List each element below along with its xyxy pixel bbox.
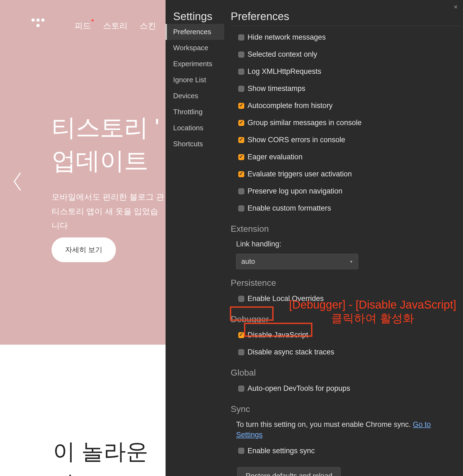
settings-sidebar: Preferences Workspace Experiments Ignore… <box>166 24 224 152</box>
sidebar-item-workspace[interactable]: Workspace <box>166 40 224 56</box>
pref-hide-network[interactable]: Hide network messages <box>227 29 463 46</box>
sync-description: To turn this setting on, you must enable… <box>227 416 463 442</box>
checkbox-icon[interactable] <box>238 171 244 177</box>
nav-story[interactable]: 스토리 <box>103 20 128 31</box>
sidebar-item-shortcuts[interactable]: Shortcuts <box>166 136 224 152</box>
pref-autocomplete[interactable]: Autocomplete from history <box>227 97 463 114</box>
pref-log-xhr[interactable]: Log XMLHttpRequests <box>227 63 463 80</box>
checkbox-icon[interactable] <box>238 154 244 160</box>
nav-feed[interactable]: 피드 <box>75 20 91 31</box>
checkbox-icon[interactable] <box>238 386 244 392</box>
background-page: 피드 스토리 스킨 티스토리 ' 업데이트 모바일에서도 편리한 블로그 관 티… <box>0 0 166 476</box>
devtools-settings-panel: Settings × Preferences Workspace Experim… <box>166 0 463 476</box>
pref-group-similar[interactable]: Group similar messages in console <box>227 114 463 131</box>
checkbox-icon[interactable] <box>238 448 244 454</box>
restore-defaults-button[interactable]: Restore defaults and reload <box>237 467 341 476</box>
section-global: Global <box>227 361 463 380</box>
pref-disable-async-stack[interactable]: Disable async stack traces <box>227 344 463 361</box>
sidebar-item-devices[interactable]: Devices <box>166 88 224 104</box>
checkbox-icon[interactable] <box>238 188 244 194</box>
pref-enable-settings-sync[interactable]: Enable settings sync <box>227 442 463 459</box>
checkbox-icon[interactable] <box>238 69 244 75</box>
pref-show-timestamps[interactable]: Show timestamps <box>227 80 463 97</box>
hero-description: 모바일에서도 편리한 블로그 관 티스토리 앱이 새 옷을 입었습니다 <box>52 190 166 233</box>
checkbox-icon[interactable] <box>238 120 244 126</box>
pref-selected-context[interactable]: Selected context only <box>227 46 463 63</box>
link-handling-select[interactable]: auto ▼ <box>236 254 358 269</box>
logo-icon[interactable] <box>30 18 46 27</box>
pref-eval-triggers[interactable]: Evaluate triggers user activation <box>227 166 463 183</box>
sidebar-item-ignore-list[interactable]: Ignore List <box>166 72 224 88</box>
top-nav: 피드 스토리 스킨 <box>75 20 156 31</box>
checkbox-icon[interactable] <box>238 296 244 302</box>
annotation-text: [Debugger] - [Disable JavaScript] 클릭하여 활… <box>289 298 456 325</box>
checkbox-icon[interactable] <box>238 137 244 143</box>
preferences-title: Preferences <box>227 0 463 26</box>
checkbox-icon[interactable] <box>238 332 244 338</box>
chevron-down-icon: ▼ <box>349 259 353 264</box>
section-persistence: Persistence <box>227 271 463 290</box>
sidebar-item-preferences[interactable]: Preferences <box>166 24 224 40</box>
link-handling-label: Link handling: <box>227 236 463 252</box>
pref-auto-open-devtools[interactable]: Auto-open DevTools for popups <box>227 380 463 397</box>
checkbox-icon[interactable] <box>238 52 244 58</box>
section-sync: Sync <box>227 397 463 416</box>
preferences-content: Preferences Hide network messages Select… <box>227 0 463 476</box>
pref-preserve-log[interactable]: Preserve log upon navigation <box>227 183 463 200</box>
settings-title: Settings <box>173 10 213 23</box>
pref-cors-errors[interactable]: Show CORS errors in console <box>227 131 463 148</box>
checkbox-icon[interactable] <box>238 205 244 211</box>
section-extension: Extension <box>227 217 463 236</box>
carousel-prev-icon[interactable] <box>12 171 23 192</box>
hero-title: 티스토리 ' 업데이트 <box>52 111 159 177</box>
pref-eager-eval[interactable]: Eager evaluation <box>227 148 463 166</box>
nav-skin[interactable]: 스킨 <box>140 20 156 31</box>
hero-cta-button[interactable]: 자세히 보기 <box>52 237 116 262</box>
sidebar-item-locations[interactable]: Locations <box>166 120 224 136</box>
sidebar-item-experiments[interactable]: Experiments <box>166 56 224 72</box>
checkbox-icon[interactable] <box>238 86 244 92</box>
bottom-headline: 이 놀라운 사' 모든 즐. 티스 <box>53 436 166 476</box>
checkbox-icon[interactable] <box>238 349 244 355</box>
pref-custom-formatters[interactable]: Enable custom formatters <box>227 200 463 217</box>
pref-disable-javascript[interactable]: Disable JavaScript <box>227 326 463 344</box>
checkbox-icon[interactable] <box>238 34 244 40</box>
checkbox-icon[interactable] <box>238 103 244 109</box>
sidebar-item-throttling[interactable]: Throttling <box>166 104 224 120</box>
